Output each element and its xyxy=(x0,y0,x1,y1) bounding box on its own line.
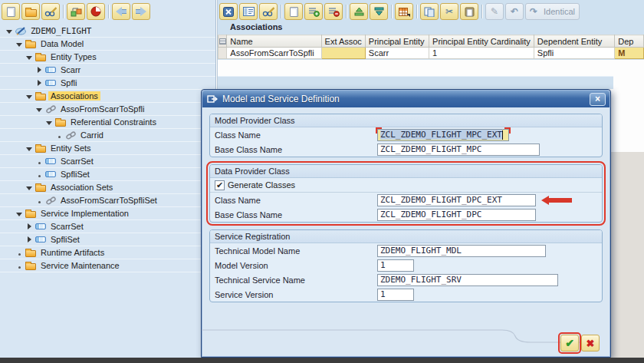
tree-item-label: Carrid xyxy=(78,130,106,140)
technical-model-name-input[interactable]: ZDEMO_FLIGHT_MDL xyxy=(377,245,546,257)
open-expander-icon[interactable] xyxy=(16,209,25,218)
back-button[interactable] xyxy=(112,3,130,20)
tree-item-associations[interactable]: Associations xyxy=(0,90,215,103)
tree-item-scarrset[interactable]: ScarrSet xyxy=(0,155,215,168)
folder-icon xyxy=(34,51,47,62)
service-version-input[interactable]: 1 xyxy=(377,289,414,301)
tree-item-entity-sets[interactable]: Entity Sets xyxy=(0,142,215,155)
class-name-input[interactable]: ZCL_ZDEMO_FLIGHT_DPC_EXT xyxy=(377,194,536,206)
forward-button[interactable] xyxy=(132,3,150,20)
display-change-button[interactable] xyxy=(41,3,60,20)
move-up-icon xyxy=(353,6,365,17)
table-cell[interactable]: 1 xyxy=(429,48,534,59)
closed-expander-icon[interactable] xyxy=(26,222,34,231)
row-selector[interactable] xyxy=(219,48,227,59)
redo-identical-button[interactable]: ↷Identical xyxy=(525,3,580,20)
table-cell[interactable]: Scarr xyxy=(365,48,429,59)
tree-item-runtime-artifacts[interactable]: Runtime Artifacts xyxy=(0,246,215,259)
open-expander-icon[interactable] xyxy=(26,52,34,61)
tree-item-assofromscarrtospfli[interactable]: AssoFromScarrToSpfli xyxy=(0,103,215,116)
open-expander-icon[interactable] xyxy=(26,183,34,192)
base-class-name-input[interactable]: ZCL_ZDEMO_FLIGHT_MPC xyxy=(377,144,540,156)
tree-item-spfli[interactable]: Spfli xyxy=(0,77,215,90)
edit-button[interactable]: ✎ xyxy=(485,3,504,20)
move-up-button[interactable] xyxy=(350,3,368,20)
table-settings-button[interactable] xyxy=(395,3,413,20)
select-all-header[interactable] xyxy=(219,35,227,48)
new-entry-icon xyxy=(288,6,300,17)
model-service-definition-dialog: Model and Service Definition × Model Pro… xyxy=(201,89,611,358)
open-expander-icon[interactable] xyxy=(26,91,34,101)
open-button[interactable] xyxy=(21,3,40,20)
entity-icon xyxy=(34,221,47,232)
column-header[interactable]: Dep xyxy=(615,35,644,48)
tree-item-scarr[interactable]: Scarr xyxy=(0,64,215,77)
tree-item-entity-types[interactable]: Entity Types xyxy=(0,51,215,64)
tree-item-service-implementation[interactable]: Service Implementation xyxy=(0,207,215,220)
column-header[interactable]: Name xyxy=(227,35,321,48)
copy-button[interactable] xyxy=(420,3,439,20)
table-cell[interactable]: M xyxy=(615,48,644,59)
new-entry-button[interactable] xyxy=(284,3,303,20)
details-icon xyxy=(242,6,255,17)
column-header[interactable]: Principal Entity Cardinality xyxy=(429,35,534,48)
checkbox-label: Generate Classes xyxy=(228,180,295,190)
open-expander-icon[interactable] xyxy=(6,26,15,35)
tree-item-spfliset[interactable]: SpfliSet xyxy=(0,168,215,181)
tree-item-scarrset[interactable]: ScarrSet xyxy=(0,220,215,233)
column-header[interactable]: Ext Assoc xyxy=(321,35,365,48)
technical-service-name-input[interactable]: ZDEMO_FLIGHT_SRV xyxy=(377,274,558,286)
tree-item-spfliset[interactable]: SpfliSet xyxy=(0,233,215,246)
display-change-button[interactable] xyxy=(259,3,278,20)
form-row: Class NameZCL_ZDEMO_FLIGHT_DPC_EXT xyxy=(210,193,602,207)
table-cell[interactable] xyxy=(321,48,365,59)
undo-button[interactable]: ↶ xyxy=(505,3,524,20)
create-button[interactable] xyxy=(2,3,20,20)
tree-item-association-sets[interactable]: Association Sets xyxy=(0,181,215,194)
move-down-button[interactable] xyxy=(370,3,388,20)
dialog-close-button[interactable]: × xyxy=(590,93,606,106)
dialog-icon xyxy=(206,94,219,104)
close-grid-button[interactable] xyxy=(219,3,238,20)
tree-item-carrid[interactable]: Carrid xyxy=(0,129,215,142)
field-label: Base Class Name xyxy=(215,145,377,154)
table-cell[interactable]: Spfli xyxy=(534,48,614,59)
open-expander-icon[interactable] xyxy=(16,39,25,48)
delete-row-button[interactable] xyxy=(324,3,343,20)
tree-item-assofromscarrtospfliset[interactable]: AssoFromScarrToSpfliSet xyxy=(0,194,215,207)
dialog-titlebar[interactable]: Model and Service Definition × xyxy=(202,91,610,107)
tree-item-label: Referential Constraints xyxy=(68,117,159,127)
entity-icon xyxy=(44,156,57,167)
confirm-button[interactable]: ✔ xyxy=(560,335,579,351)
model-version-input[interactable]: 1 xyxy=(377,259,414,272)
tree-item-label: AssoFromScarrToSpfli xyxy=(58,104,146,114)
column-header[interactable]: Dependent Entity xyxy=(534,35,614,48)
tree-item-zdemo-flight[interactable]: ZDEMO_FLIGHT xyxy=(0,25,215,38)
generate-classes-checkbox[interactable]: ✔ xyxy=(215,180,225,190)
tree-item-service-maintenance[interactable]: Service Maintenance xyxy=(0,259,215,272)
column-header[interactable]: Principal Entity xyxy=(365,35,429,48)
open-expander-icon[interactable] xyxy=(46,117,54,127)
closed-expander-icon[interactable] xyxy=(36,65,44,74)
class-name-input[interactable]: ZCL_ZDEMO_FLIGHT_MPC_EXT xyxy=(377,129,509,141)
cancel-button[interactable]: ✖ xyxy=(581,335,600,351)
open-expander-icon[interactable] xyxy=(36,104,44,114)
table-cell[interactable]: AssoFromScarrToSpfli xyxy=(227,48,321,59)
base-class-name-input[interactable]: ZCL_ZDEMO_FLIGHT_DPC xyxy=(377,209,536,221)
tree-item-data-model[interactable]: Data Model xyxy=(0,38,215,51)
closed-expander-icon[interactable] xyxy=(36,78,44,87)
check-project-button[interactable] xyxy=(87,3,105,20)
link-icon xyxy=(44,195,57,206)
cut-button[interactable]: ✂ xyxy=(440,3,458,20)
paste-icon xyxy=(463,6,475,17)
closed-expander-icon[interactable] xyxy=(26,235,34,244)
field-label: Technical Service Name xyxy=(215,276,377,285)
tree-item-label: Service Implementation xyxy=(38,209,131,218)
dialog-action-buttons: ✔ ✖ xyxy=(560,335,600,351)
tree-item-referential-constraints[interactable]: Referential Constraints xyxy=(0,116,215,129)
generate-runtime-button[interactable] xyxy=(67,3,85,20)
paste-button[interactable] xyxy=(460,3,478,20)
details-button[interactable] xyxy=(239,3,258,20)
open-expander-icon[interactable] xyxy=(26,144,34,153)
insert-row-button[interactable] xyxy=(304,3,323,20)
